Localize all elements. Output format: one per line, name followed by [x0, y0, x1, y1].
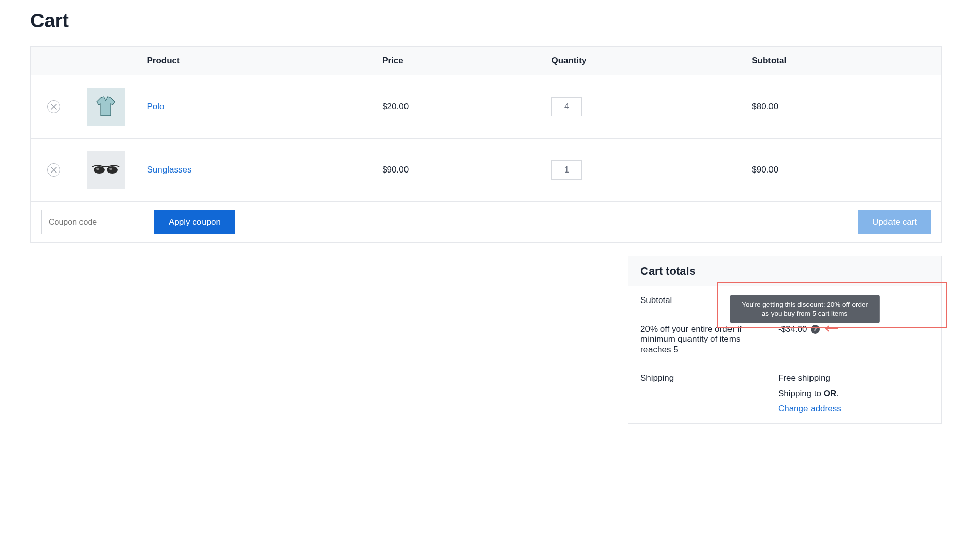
product-subtotal: $90.00	[742, 139, 941, 202]
close-icon	[51, 104, 57, 110]
cart-totals-panel: Cart totals Subtotal 20% off your entire…	[628, 256, 942, 424]
page-title: Cart	[30, 10, 942, 32]
product-price: $90.00	[372, 139, 541, 202]
col-header-price: Price	[372, 47, 541, 75]
table-row: Polo $20.00 $80.00	[31, 75, 942, 139]
remove-item-button[interactable]	[47, 163, 60, 177]
update-cart-button[interactable]: Update cart	[858, 210, 931, 234]
help-icon[interactable]: ?	[811, 325, 820, 334]
coupon-input[interactable]	[41, 210, 147, 234]
polo-shirt-icon	[93, 94, 119, 120]
svg-point-0	[94, 166, 105, 174]
product-price: $20.00	[372, 75, 541, 139]
col-header-product: Product	[137, 47, 373, 75]
apply-coupon-button[interactable]: Apply coupon	[154, 210, 235, 234]
quantity-input[interactable]	[551, 160, 582, 180]
col-header-remove	[31, 47, 76, 75]
col-header-thumb	[76, 47, 137, 75]
table-row: Sunglasses $90.00 $90.00	[31, 139, 942, 202]
quantity-input[interactable]	[551, 97, 582, 116]
col-header-subtotal: Subtotal	[742, 47, 941, 75]
product-thumbnail[interactable]	[87, 151, 125, 189]
discount-amount: -$34.00	[778, 324, 807, 334]
annotation-arrow-icon	[823, 324, 838, 335]
svg-point-2	[96, 168, 99, 170]
sunglasses-icon	[91, 164, 120, 176]
product-subtotal: $80.00	[742, 75, 941, 139]
svg-point-3	[109, 168, 112, 170]
change-address-link[interactable]: Change address	[778, 404, 841, 413]
cart-totals-heading: Cart totals	[640, 265, 929, 278]
remove-item-button[interactable]	[47, 100, 60, 113]
col-header-quantity: Quantity	[541, 47, 742, 75]
cart-table: Product Price Quantity Subtotal	[30, 46, 942, 243]
svg-point-1	[107, 166, 118, 174]
product-link[interactable]: Sunglasses	[147, 165, 192, 175]
product-link[interactable]: Polo	[147, 102, 165, 111]
actions-row: Apply coupon Update cart	[31, 202, 942, 243]
shipping-label: Shipping	[628, 364, 766, 423]
discount-tooltip: You're getting this discount: 20% off or…	[730, 295, 880, 323]
product-thumbnail[interactable]	[87, 88, 125, 126]
shipping-destination: Shipping to OR.	[778, 389, 929, 399]
shipping-method: Free shipping	[778, 373, 929, 383]
close-icon	[51, 167, 57, 173]
